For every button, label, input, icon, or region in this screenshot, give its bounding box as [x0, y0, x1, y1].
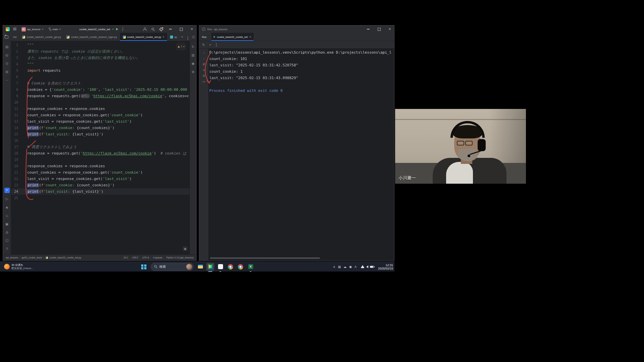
notifications-icon[interactable]: ⓘ: [4, 238, 10, 243]
run-button[interactable]: [116, 28, 118, 31]
code-line[interactable]: 2通常の requests では、cookie の設定が面倒くさい。: [11, 48, 190, 55]
code-line[interactable]: 23print(f'count_cookie: {count_cookies}'…: [11, 182, 190, 188]
breadcrumb-item[interactable]: api_lessons: [6, 256, 18, 259]
code-line[interactable]: 1""": [11, 42, 190, 48]
chrome-profile2-app-icon[interactable]: [236, 263, 245, 271]
breadcrumb-item[interactable]: cookie_basic02_cookie_set.py: [49, 256, 81, 259]
project-widget[interactable]: AL api_lessons: [20, 26, 45, 32]
code-line[interactable]: 21count_cookies = response_cookies.get('…: [11, 169, 190, 176]
code-line[interactable]: 6: [11, 74, 190, 80]
problems-tool-icon[interactable]: ⊘: [4, 230, 10, 235]
print-console-icon[interactable]: ⊘: [202, 73, 206, 78]
editor-tab-cookie_basic01_cookie_get.py[interactable]: cookie_basic01_cookie_get.py: [19, 33, 64, 41]
up-stack-trace-icon[interactable]: ↑: [202, 51, 206, 55]
split-editor-icon[interactable]: [191, 33, 196, 41]
debug-tool-icon[interactable]: ◈: [4, 204, 10, 210]
close-button[interactable]: [187, 25, 196, 33]
code-line[interactable]: 18response = requests.get('https://flask…: [11, 150, 190, 157]
run-minimize-button[interactable]: [364, 25, 373, 33]
editor-tab-ap[interactable]: ap: [167, 33, 179, 41]
code-line[interactable]: 17# 再度リクエストしてみよう: [11, 144, 190, 150]
tab-close-icon[interactable]: [162, 35, 164, 39]
tab-list-button[interactable]: [179, 33, 185, 41]
status-item[interactable]: Python 3.13 (api_lessons): [166, 256, 194, 259]
chrome-app-icon[interactable]: [226, 263, 234, 271]
inspections-widget[interactable]: 1: [176, 43, 186, 50]
code-line[interactable]: 20response_cookies = response.cookies: [11, 163, 190, 169]
vcs-branch-widget[interactable]: main: [47, 27, 62, 32]
tab-options-button[interactable]: [185, 33, 191, 41]
breadcrumb-item[interactable]: api02_cookie_basic: [21, 256, 42, 259]
code-line[interactable]: 24print(f'last_visit: {last_visit}'): [11, 188, 190, 195]
onedrive-icon[interactable]: ☁: [343, 265, 346, 268]
tray-widgets-icon[interactable]: ▤: [338, 265, 341, 268]
status-item[interactable]: 24:1: [123, 256, 128, 259]
project-tool-icon[interactable]: ▤: [4, 44, 10, 49]
run-close-button[interactable]: [385, 25, 394, 33]
ime-indicator[interactable]: A: [355, 265, 357, 268]
code-line[interactable]: 10: [11, 99, 190, 106]
status-item[interactable]: UTF-8: [142, 256, 149, 259]
run-configuration-widget[interactable]: cookie_basic02_cookie_set: [79, 27, 125, 32]
sync-status-icon[interactable]: ↻: [191, 44, 196, 49]
run-console[interactable]: D:\projects\lessons\api_lessons\.venv\Sc…: [209, 49, 394, 260]
code-line[interactable]: 13last_visit = response_cookies.get('las…: [11, 118, 190, 125]
search-tool-icon[interactable]: ◎: [4, 52, 10, 58]
run-tool-icon[interactable]: ▷: [4, 196, 10, 201]
code-line[interactable]: 15print(f'last_visit: {last_visit}'): [11, 131, 190, 137]
maximize-button[interactable]: [177, 25, 185, 33]
start-button[interactable]: [140, 263, 148, 271]
soft-wrap-icon[interactable]: ⇵: [202, 62, 206, 66]
code-line[interactable]: 7# Cookie を含めたリクエスト: [11, 80, 190, 86]
code-line[interactable]: 22last_visit = response_cookies.get('las…: [11, 176, 190, 182]
editor-tab-md[interactable]: md: [10, 33, 19, 41]
editor-floating-toolbar-icon[interactable]: [183, 246, 187, 251]
database-tool-icon[interactable]: ▥: [191, 52, 196, 58]
editor-tab-cookie_basic02_cookie_set.py[interactable]: cookie_basic02_cookie_set.py: [120, 33, 167, 41]
code-line[interactable]: 9response = requests.get(url:'https://fl…: [11, 93, 190, 99]
code-line[interactable]: 19: [11, 157, 190, 163]
code-line[interactable]: 5import requests: [11, 67, 190, 74]
dependencies-tool-icon[interactable]: ⊕: [191, 69, 196, 74]
run-tab-close-icon[interactable]: [250, 35, 251, 39]
widgets-button[interactable]: 30 分遅れ 横浜新道 (Yokoh...: [2, 262, 36, 272]
run-options-button[interactable]: [214, 43, 218, 47]
mic-icon[interactable]: ◉: [349, 265, 352, 268]
settings-sync-icon[interactable]: *: [4, 188, 10, 193]
scroll-to-end-icon[interactable]: ≡: [202, 68, 206, 72]
explorer-app-icon[interactable]: [196, 263, 204, 271]
run-maximize-button[interactable]: [375, 25, 383, 33]
more-tools-icon[interactable]: ⋯: [4, 77, 10, 83]
structure-tool-icon[interactable]: ⊞: [4, 69, 10, 74]
rerun-button[interactable]: [201, 42, 206, 48]
code-line[interactable]: 3また、cookie を受け取ったときに自動的に保存する機能もない。: [11, 55, 190, 61]
more-run-actions-button[interactable]: [121, 27, 125, 32]
project-view-button[interactable]: [3, 33, 10, 41]
code-line[interactable]: 11response_cookies = response.cookies: [11, 106, 190, 112]
taskbar-search[interactable]: 検索: [151, 263, 194, 271]
code-editor[interactable]: 1"""2通常の requests では、cookie の設定が面倒くさい。3ま…: [11, 41, 190, 254]
clear-console-icon[interactable]: ▭: [202, 79, 206, 83]
run-tab[interactable]: cookie_basic02_cookie_set: [211, 33, 254, 41]
terminal-tool-icon[interactable]: ▣: [4, 221, 10, 227]
editor-tab-cookie_basic05_cookie_session_login.py[interactable]: cookie_basic05_cookie_session_login.py: [64, 33, 120, 41]
taskbar-clock[interactable]: 12:31 2025/02/15: [378, 263, 393, 270]
down-stack-trace-icon[interactable]: ↓: [202, 56, 206, 61]
recorder-app-icon[interactable]: [216, 263, 224, 271]
minimize-button[interactable]: [166, 25, 175, 33]
code-with-me-button[interactable]: [142, 26, 148, 32]
status-item[interactable]: CRLF: [132, 256, 138, 259]
tray-chevron-icon[interactable]: ∧: [333, 265, 335, 268]
network-cluster[interactable]: [360, 265, 375, 268]
code-line[interactable]: 16: [11, 137, 190, 144]
code-line[interactable]: 25: [11, 195, 190, 201]
python-console-icon[interactable]: ◇: [4, 213, 10, 218]
code-line[interactable]: 12count_cookies = response_cookies.get('…: [11, 112, 190, 118]
status-item[interactable]: 4 spaces: [153, 256, 162, 259]
code-line[interactable]: 4""": [11, 61, 190, 67]
settings-button[interactable]: [158, 26, 164, 32]
main-menu-button[interactable]: [12, 26, 18, 32]
console-scrollbar[interactable]: [210, 257, 320, 259]
help-icon[interactable]: ?: [4, 246, 10, 252]
commit-tool-icon[interactable]: ⊙: [4, 61, 10, 66]
